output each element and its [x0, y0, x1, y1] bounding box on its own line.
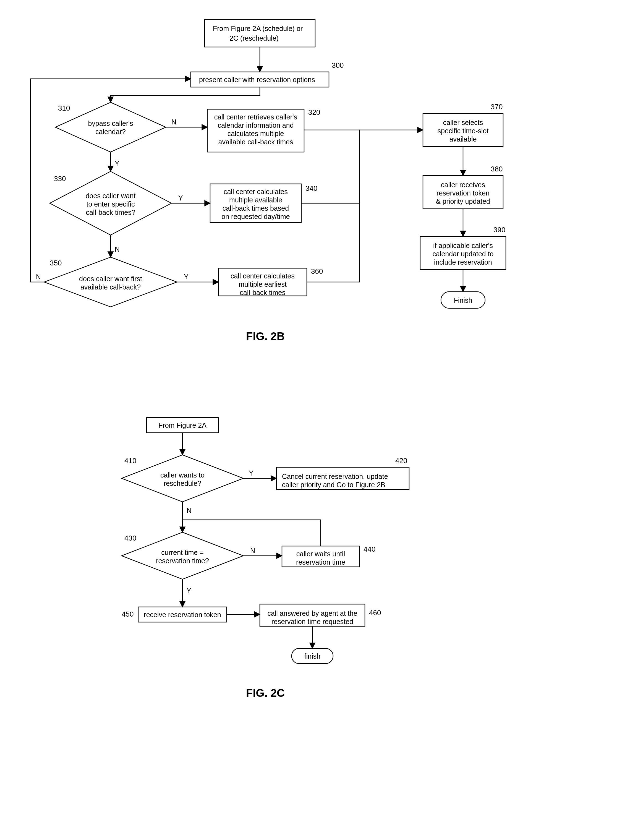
svg-text:if applicable caller's: if applicable caller's — [433, 242, 493, 249]
svg-text:call center calculates: call center calculates — [231, 272, 295, 280]
edge-410-Y: Y — [249, 469, 253, 477]
ref-390: 390 — [493, 226, 505, 234]
node-finish-2c: finish — [292, 648, 333, 663]
ref-350: 350 — [50, 259, 62, 267]
svg-text:receive reservation token: receive reservation token — [144, 611, 221, 619]
fig-2b-title: FIG. 2B — [246, 330, 285, 342]
svg-text:reservation time requested: reservation time requested — [272, 618, 353, 625]
ref-450: 450 — [122, 610, 134, 618]
svg-rect-0 — [205, 19, 315, 47]
ref-370: 370 — [491, 103, 502, 111]
svg-text:reschedule?: reschedule? — [164, 480, 201, 487]
svg-marker-4 — [55, 102, 166, 152]
svg-text:calendar?: calendar? — [95, 128, 126, 136]
ref-360: 360 — [311, 267, 323, 275]
edge-430-Y: Y — [186, 587, 191, 594]
svg-text:on requested day/time: on requested day/time — [221, 213, 290, 220]
node-320: call center retrieves caller's calendar … — [207, 108, 320, 152]
node-430: current time = reservation time? 430 — [122, 532, 243, 579]
fig-2c-title: FIG. 2C — [246, 687, 285, 699]
svg-text:multiple available: multiple available — [229, 196, 282, 204]
svg-text:calendar information and: calendar information and — [218, 122, 294, 129]
edge-410-N: N — [186, 507, 191, 514]
ref-430: 430 — [125, 534, 136, 542]
node-300: present caller with reservation options … — [191, 61, 344, 87]
svg-text:caller receives: caller receives — [441, 181, 485, 189]
svg-text:call-back times?: call-back times? — [86, 208, 135, 216]
svg-text:& priority updated: & priority updated — [436, 197, 490, 205]
edge-330-Y: Y — [178, 194, 183, 202]
svg-text:caller priority and Go to Figu: caller priority and Go to Figure 2B — [282, 481, 385, 489]
ref-420: 420 — [395, 456, 407, 465]
svg-text:call answered by agent at the: call answered by agent at the — [267, 609, 357, 617]
edge-310-Y: Y — [115, 159, 119, 167]
svg-text:does caller want first: does caller want first — [79, 275, 142, 283]
node-440: caller waits until reservation time 440 — [282, 545, 375, 567]
edge-350-N: N — [36, 273, 41, 281]
svg-text:caller wants to: caller wants to — [160, 471, 205, 479]
svg-text:bypass caller's: bypass caller's — [88, 120, 133, 127]
svg-text:caller waits until: caller waits until — [296, 550, 345, 558]
svg-text:reservation time?: reservation time? — [156, 557, 209, 565]
svg-text:calendar updated to: calendar updated to — [432, 250, 493, 258]
node-420: Cancel current reservation, update calle… — [276, 456, 409, 489]
ref-300: 300 — [332, 61, 344, 69]
svg-text:reservation time: reservation time — [296, 558, 345, 566]
node-start-2c: From Figure 2A — [147, 417, 218, 433]
svg-text:to enter specific: to enter specific — [86, 200, 134, 208]
ref-410: 410 — [125, 456, 136, 465]
node-370: caller selects specific time-slot availa… — [423, 103, 503, 147]
svg-text:available call-back times: available call-back times — [218, 138, 293, 146]
fig-2b: From Figure 2A (schedule) or 2C (resched… — [30, 19, 506, 342]
ref-440: 440 — [363, 545, 375, 553]
node-410: caller wants to reschedule? 410 — [122, 455, 243, 502]
node-start-2b: From Figure 2A (schedule) or 2C (resched… — [205, 19, 315, 47]
svg-text:call-back times based: call-back times based — [223, 204, 289, 212]
svg-text:available: available — [450, 135, 477, 143]
node-460: call answered by agent at the reservatio… — [260, 604, 381, 626]
svg-text:call-back times: call-back times — [240, 289, 285, 297]
ref-320: 320 — [308, 108, 320, 117]
svg-text:specific time-slot: specific time-slot — [437, 127, 489, 135]
edge-350-Y: Y — [184, 273, 188, 281]
svg-text:multiple earliest: multiple earliest — [238, 280, 287, 288]
svg-text:reservation token: reservation token — [436, 189, 490, 197]
node-350: does caller want first available call-ba… — [44, 257, 177, 307]
node-450: receive reservation token 450 — [122, 607, 227, 622]
edge-430-N: N — [250, 546, 255, 554]
svg-text:2C (reschedule): 2C (reschedule) — [229, 34, 279, 42]
ref-340: 340 — [305, 184, 317, 193]
ref-460: 460 — [369, 609, 381, 617]
flowchart-diagram: From Figure 2A (schedule) or 2C (resched… — [0, 0, 638, 840]
svg-text:does caller want: does caller want — [86, 192, 136, 200]
svg-text:From Figure 2A: From Figure 2A — [158, 422, 207, 429]
svg-text:include reservation: include reservation — [434, 258, 492, 266]
svg-text:From Figure 2A (schedule) or: From Figure 2A (schedule) or — [213, 25, 303, 32]
node-finish-2b: Finish — [441, 292, 485, 308]
svg-text:caller selects: caller selects — [443, 118, 483, 126]
svg-text:calculates multiple: calculates multiple — [227, 129, 284, 137]
svg-text:finish: finish — [304, 652, 321, 660]
svg-text:call center calculates: call center calculates — [224, 188, 288, 196]
svg-text:available call-back?: available call-back? — [81, 283, 141, 291]
ref-310: 310 — [58, 104, 70, 112]
svg-text:Finish: Finish — [454, 297, 472, 304]
ref-380: 380 — [491, 165, 502, 173]
edge-310-N: N — [171, 118, 176, 126]
node-310: bypass caller's calendar? 310 — [55, 102, 166, 152]
svg-text:Cancel current reservation, up: Cancel current reservation, update — [282, 472, 388, 480]
edge-330-N: N — [115, 245, 120, 253]
svg-text:current time =: current time = — [161, 549, 204, 556]
node-330: does caller want to enter specific call-… — [50, 171, 171, 235]
ref-330: 330 — [54, 174, 66, 183]
svg-text:call center retrieves caller's: call center retrieves caller's — [214, 113, 297, 121]
node-300-text: present caller with reservation options — [199, 76, 315, 84]
fig-2c: From Figure 2A caller wants to reschedul… — [122, 417, 409, 699]
